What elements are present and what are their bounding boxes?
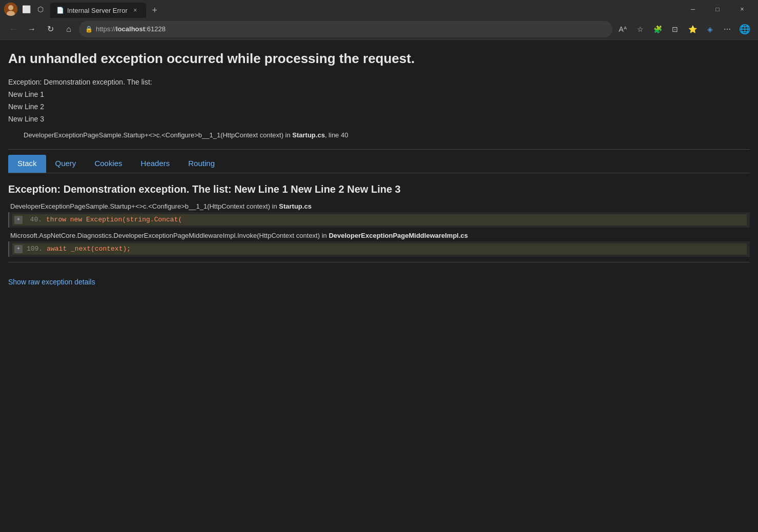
maximize-button[interactable]: □: [706, 1, 729, 17]
close-button[interactable]: ×: [730, 1, 754, 17]
lock-icon: 🔒: [85, 26, 93, 33]
stack-section: Exception: Demonstration exception. The …: [8, 183, 750, 286]
new-tab-button[interactable]: +: [147, 3, 162, 18]
minimize-button[interactable]: ─: [681, 1, 705, 17]
divider-2: [8, 262, 750, 262]
frame-1-code-block: + 40. throw new Exception(string.Concat(: [8, 212, 750, 228]
exception-line-3: New Line 3: [8, 115, 750, 123]
frame-1-source-text: DeveloperExceptionPageSample.Startup+<>c…: [10, 202, 279, 210]
title-bar: ⬜ ⬡ 📄 Internal Server Error × + ─ □ ×: [0, 0, 758, 18]
frame-2-line-num: 109.: [27, 245, 43, 253]
show-raw-link[interactable]: Show raw exception details: [8, 278, 95, 286]
tab-stack[interactable]: Stack: [8, 155, 46, 173]
frame-1-code-text: throw new Exception(string.Concat(: [46, 216, 182, 223]
tab-title: Internal Server Error: [67, 7, 128, 14]
split-view-button[interactable]: ⊡: [667, 21, 683, 37]
frame-1-file: Startup.cs: [279, 202, 312, 210]
frame-2-code-block: + 109. await _next(context);: [8, 241, 750, 257]
page-content: An unhandled exception occurred while pr…: [0, 40, 758, 515]
refresh-button[interactable]: ↻: [42, 21, 58, 37]
open-tab-icon[interactable]: ⬜: [21, 4, 32, 15]
stack-frame-1: DeveloperExceptionPageSample.Startup+<>c…: [8, 202, 750, 228]
stack-frame-2: Microsoft.AspNetCore.Diagnostics.Develop…: [8, 232, 750, 257]
divider-1: [8, 149, 750, 150]
source-frame-text: DeveloperExceptionPageSample.Startup+<>c…: [24, 131, 292, 139]
exception-line-2: New Line 2: [8, 103, 750, 111]
source-location: , line 40: [325, 131, 349, 139]
url-proto: https://: [96, 25, 116, 33]
exception-info: Exception: Demonstration exception. The …: [8, 78, 750, 86]
url-host: localhost: [116, 25, 145, 33]
stack-heading: Exception: Demonstration exception. The …: [8, 183, 750, 195]
stack-source: DeveloperExceptionPageSample.Startup+<>c…: [24, 131, 750, 139]
home-button[interactable]: ⌂: [60, 21, 77, 37]
window-controls: ─ □ ×: [681, 1, 754, 17]
svg-point-1: [8, 5, 13, 10]
read-mode-button[interactable]: Aᴬ: [614, 21, 631, 37]
frame-1-line-num: 40.: [27, 216, 42, 223]
expand-button-2[interactable]: +: [14, 245, 23, 253]
main-heading: An unhandled exception occurred while pr…: [8, 50, 750, 68]
exception-message: Demonstration exception. The list:: [44, 78, 152, 86]
stack-frame-1-source: DeveloperExceptionPageSample.Startup+<>c…: [10, 202, 750, 210]
title-bar-left: ⬜ ⬡: [4, 3, 46, 16]
tab-headers[interactable]: Headers: [132, 155, 179, 173]
frame-2-file: DeveloperExceptionPageMiddlewareImpl.cs: [329, 232, 468, 239]
tab-query[interactable]: Query: [46, 155, 86, 173]
frame-2-code-text: await _next(context);: [47, 245, 131, 253]
frame-2-source-text: Microsoft.AspNetCore.Diagnostics.Develop…: [10, 232, 329, 239]
source-file: Startup.cs: [292, 131, 325, 139]
browser-tab-active[interactable]: 📄 Internal Server Error ×: [50, 3, 146, 18]
tab-routing[interactable]: Routing: [179, 155, 224, 173]
frame-1-code-line: + 40. throw new Exception(string.Concat(: [12, 214, 747, 226]
more-button[interactable]: ⋯: [719, 21, 735, 37]
collections-button[interactable]: ⭐: [684, 21, 701, 37]
tab-cookies[interactable]: Cookies: [85, 155, 131, 173]
browser-ext-button[interactable]: 🧩: [649, 21, 666, 37]
frame-2-code-line: + 109. await _next(context);: [12, 243, 747, 255]
url-port: :61228: [145, 25, 166, 33]
avatar: [4, 3, 17, 16]
exception-label: Exception:: [8, 78, 42, 86]
back-button[interactable]: ←: [5, 21, 22, 37]
exception-line-1: New Line 1: [8, 90, 750, 98]
forward-button[interactable]: →: [24, 21, 40, 37]
nav-right-controls: Aᴬ ☆ 🧩 ⊡ ⭐ ◈ ⋯ 🌐: [614, 21, 753, 37]
expand-button-1[interactable]: +: [14, 216, 23, 224]
nav-bar: ← → ↻ ⌂ 🔒 https://localhost:61228 Aᴬ ☆ 🧩…: [0, 18, 758, 40]
address-bar[interactable]: 🔒 https://localhost:61228: [79, 21, 612, 37]
url-display: https://localhost:61228: [96, 25, 606, 33]
stack-frame-2-source: Microsoft.AspNetCore.Diagnostics.Develop…: [10, 232, 750, 239]
page-icon: 📄: [56, 7, 64, 14]
toggle-layout-icon[interactable]: ⬡: [35, 4, 46, 15]
tabs-bar: 📄 Internal Server Error × +: [46, 1, 681, 18]
favorites-button[interactable]: ☆: [632, 21, 648, 37]
tabs-navigation: Stack Query Cookies Headers Routing: [8, 155, 750, 173]
edge-icon: 🌐: [736, 21, 753, 37]
tab-close-button[interactable]: ×: [131, 6, 140, 15]
copilot-button[interactable]: ◈: [702, 21, 718, 37]
browser-chrome: ⬜ ⬡ 📄 Internal Server Error × + ─ □ × ← …: [0, 0, 758, 40]
